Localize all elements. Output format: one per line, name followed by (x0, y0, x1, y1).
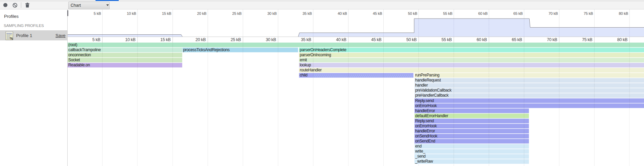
svg-text:runPreParsing: runPreParsing (415, 73, 440, 77)
svg-text:80 kB: 80 kB (617, 37, 628, 42)
svg-text:80 kB: 80 kB (619, 11, 628, 15)
svg-text:emit: emit (300, 58, 307, 62)
svg-text:handler: handler (415, 83, 428, 88)
svg-text:end: end (415, 144, 422, 148)
svg-text:onSendEnd: onSendEnd (415, 139, 435, 143)
svg-text:preValidationCallback: preValidationCallback (415, 88, 452, 93)
svg-text:(root): (root) (68, 42, 77, 47)
svg-text:40 kB: 40 kB (336, 37, 346, 42)
svg-text:15 kB: 15 kB (160, 37, 171, 42)
svg-text:50 kB: 50 kB (406, 37, 417, 42)
svg-text:55 kB: 55 kB (442, 37, 452, 42)
svg-text:_send: _send (415, 154, 426, 159)
svg-text:onErrorHook: onErrorHook (415, 124, 438, 128)
svg-text:defaultErrorHandler: defaultErrorHandler (415, 113, 448, 118)
svg-text:10 kB: 10 kB (127, 11, 136, 15)
svg-text:Socket: Socket (68, 58, 80, 62)
svg-text:25 kB: 25 kB (232, 11, 242, 15)
svg-text:onErrorHook: onErrorHook (415, 103, 438, 108)
svg-text:70 kB: 70 kB (547, 37, 557, 42)
svg-text:50 kB: 50 kB (408, 11, 417, 15)
svg-text:75 kB: 75 kB (582, 37, 593, 42)
svg-text:processTicksAndRejections: processTicksAndRejections (183, 47, 230, 52)
svg-text:Reply.send: Reply.send (415, 119, 434, 123)
svg-text:handleError: handleError (415, 129, 435, 133)
svg-text:5 kB: 5 kB (94, 11, 101, 15)
svg-text:60 kB: 60 kB (477, 37, 487, 42)
svg-text:routeHandler: routeHandler (300, 68, 322, 72)
svg-text:onconnection: onconnection (68, 53, 91, 57)
svg-text:Readable.on: Readable.on (68, 63, 90, 67)
svg-text:40 kB: 40 kB (338, 11, 347, 15)
svg-text:45 kB: 45 kB (371, 37, 382, 42)
svg-text:25 kB: 25 kB (231, 37, 241, 42)
svg-text:Reply.send: Reply.send (415, 98, 434, 103)
svg-text:10 kB: 10 kB (125, 37, 136, 42)
svg-text:write_: write_ (415, 149, 426, 154)
svg-text:15 kB: 15 kB (162, 11, 172, 15)
svg-text:35 kB: 35 kB (303, 11, 312, 15)
svg-text:60 kB: 60 kB (478, 11, 488, 15)
svg-text:35 kB: 35 kB (301, 37, 311, 42)
svg-text:child: child (300, 73, 307, 77)
svg-text:70 kB: 70 kB (548, 11, 558, 15)
svg-text:55 kB: 55 kB (443, 11, 453, 15)
svg-text:handleRequest: handleRequest (415, 78, 441, 82)
svg-text:5 kB: 5 kB (92, 37, 100, 42)
svg-text:20 kB: 20 kB (195, 37, 206, 42)
svg-text:%: % (10, 36, 13, 40)
svg-text:callbackTrampoline: callbackTrampoline (68, 47, 101, 52)
svg-text:45 kB: 45 kB (373, 11, 382, 15)
svg-text:handleError: handleError (415, 108, 435, 113)
svg-text:onSendHook: onSendHook (415, 134, 438, 138)
svg-text:30 kB: 30 kB (266, 37, 276, 42)
svg-text:_writeRaw: _writeRaw (415, 159, 433, 164)
svg-text:30 kB: 30 kB (267, 11, 277, 15)
svg-text:lookup: lookup (300, 63, 311, 67)
svg-text:preHandlerCallback: preHandlerCallback (415, 93, 449, 98)
svg-text:parserOnHeadersComplete: parserOnHeadersComplete (300, 47, 346, 52)
svg-text:65 kB: 65 kB (514, 11, 523, 15)
svg-text:20 kB: 20 kB (197, 11, 206, 15)
svg-text:65 kB: 65 kB (512, 37, 522, 42)
svg-text:75 kB: 75 kB (584, 11, 593, 15)
svg-text:parserOnIncoming: parserOnIncoming (300, 53, 331, 57)
